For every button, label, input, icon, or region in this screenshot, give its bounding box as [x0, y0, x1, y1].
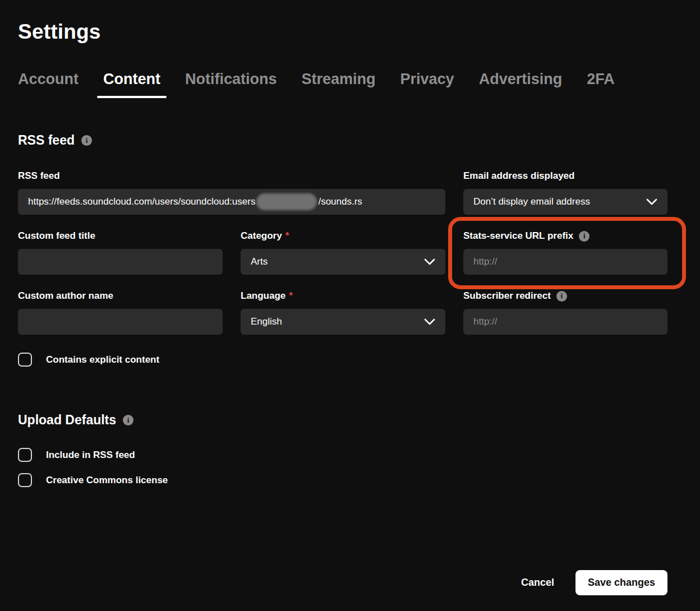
category-select[interactable]: Arts [241, 249, 445, 275]
rss-feed-url-suffix: /sounds.rs [318, 196, 362, 207]
custom-author-name-input[interactable] [18, 309, 223, 335]
upload-defaults-checkboxes: Include in RSS feed Creative Commons lic… [18, 448, 700, 487]
stats-service-label-text: Stats-service URL prefix [463, 230, 573, 242]
language-selected-value: English [251, 316, 282, 327]
language-required-mark: * [289, 290, 293, 302]
category-required-mark: * [285, 230, 289, 242]
info-icon[interactable]: i [556, 291, 567, 302]
info-icon[interactable]: i [579, 231, 590, 242]
tab-privacy[interactable]: Privacy [400, 71, 454, 98]
tab-content[interactable]: Content [103, 71, 160, 98]
subscriber-redirect-field: Subscriber redirect i [463, 290, 667, 335]
email-display-label: Email address displayed [463, 170, 667, 182]
custom-feed-title-field: Custom feed title [18, 230, 223, 275]
rss-feed-section-title: RSS feed [18, 133, 75, 148]
creative-commons-row: Creative Commons license [18, 473, 700, 487]
language-field: Language * English [241, 290, 445, 335]
stats-service-url-input[interactable] [463, 249, 667, 275]
rss-feed-url-input[interactable]: https://feeds.soundcloud.com/users/sound… [18, 189, 445, 215]
stats-service-label: Stats-service URL prefix i [463, 230, 667, 242]
email-display-select[interactable]: Don’t display email address [463, 189, 667, 215]
save-changes-button[interactable]: Save changes [575, 570, 667, 595]
creative-commons-label: Creative Commons license [46, 475, 168, 486]
info-icon[interactable]: i [123, 415, 133, 425]
custom-author-name-label-text: Custom author name [18, 290, 113, 302]
include-in-rss-row: Include in RSS feed [18, 448, 700, 462]
page-title: Settings [18, 20, 700, 44]
tab-account[interactable]: Account [18, 71, 79, 98]
custom-author-name-label: Custom author name [18, 290, 223, 302]
stats-service-field: Stats-service URL prefix i [463, 230, 667, 275]
chevron-down-icon [646, 198, 657, 205]
category-field: Category * Arts [241, 230, 445, 275]
email-display-selected-value: Don’t display email address [473, 196, 590, 207]
tab-advertising[interactable]: Advertising [479, 71, 563, 98]
category-selected-value: Arts [251, 256, 268, 267]
rss-feed-section-heading: RSS feed i [18, 133, 700, 148]
redacted-user-id-blur [256, 193, 317, 210]
language-select[interactable]: English [241, 309, 445, 335]
tab-2fa[interactable]: 2FA [587, 71, 615, 98]
custom-feed-title-label: Custom feed title [18, 230, 223, 242]
rss-feed-url-prefix: https://feeds.soundcloud.com/users/sound… [28, 196, 255, 207]
custom-author-name-field: Custom author name [18, 290, 223, 335]
info-icon[interactable]: i [81, 135, 92, 146]
explicit-content-row: Contains explicit content [18, 353, 700, 367]
rss-form-grid: RSS feed https://feeds.soundcloud.com/us… [18, 170, 667, 335]
tab-notifications[interactable]: Notifications [185, 71, 277, 98]
upload-defaults-section-heading: Upload Defaults i [18, 413, 700, 428]
custom-feed-title-input[interactable] [18, 249, 223, 275]
rss-feed-field: RSS feed https://feeds.soundcloud.com/us… [18, 170, 445, 215]
upload-defaults-title: Upload Defaults [18, 413, 116, 428]
email-display-field: Email address displayed Don’t display em… [463, 170, 667, 215]
subscriber-redirect-label: Subscriber redirect i [463, 290, 667, 302]
subscriber-redirect-label-text: Subscriber redirect [463, 290, 551, 302]
creative-commons-checkbox[interactable] [18, 473, 32, 487]
rss-feed-label: RSS feed [18, 170, 445, 182]
cancel-button[interactable]: Cancel [521, 577, 554, 589]
chevron-down-icon [424, 258, 435, 265]
chevron-down-icon [424, 318, 435, 325]
language-label: Language * [241, 290, 445, 302]
subscriber-redirect-input[interactable] [463, 309, 667, 335]
settings-page: Settings Account Content Notifications S… [0, 0, 700, 611]
explicit-content-label: Contains explicit content [46, 354, 159, 365]
explicit-content-checkbox[interactable] [18, 353, 32, 367]
include-in-rss-label: Include in RSS feed [46, 450, 135, 461]
custom-feed-title-label-text: Custom feed title [18, 230, 95, 242]
include-in-rss-checkbox[interactable] [18, 448, 32, 462]
category-label-text: Category [241, 230, 282, 242]
tab-bar: Account Content Notifications Streaming … [18, 71, 700, 98]
language-label-text: Language [241, 290, 285, 302]
footer-actions: Cancel Save changes [521, 570, 667, 595]
category-label: Category * [241, 230, 445, 242]
tab-streaming[interactable]: Streaming [302, 71, 376, 98]
email-display-label-text: Email address displayed [463, 170, 574, 182]
rss-feed-label-text: RSS feed [18, 170, 60, 182]
